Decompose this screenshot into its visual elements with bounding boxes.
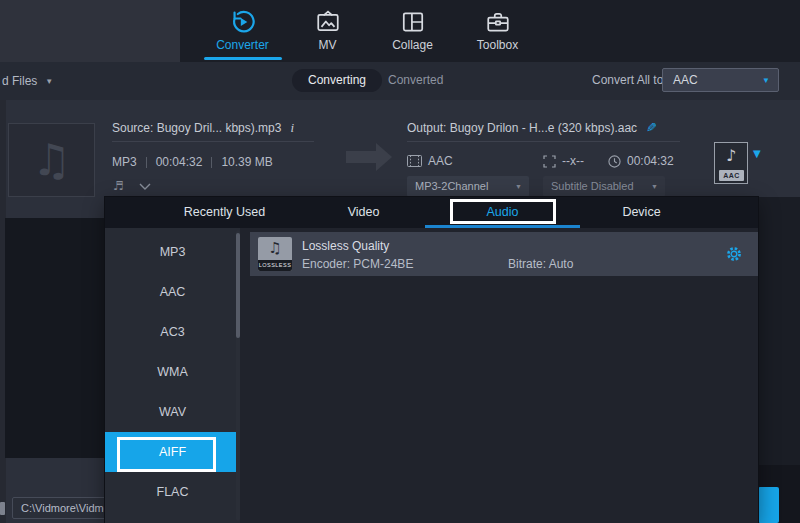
tab-collage[interactable]: Collage — [370, 8, 455, 60]
expand-chevron-icon[interactable] — [139, 183, 151, 190]
tab-device[interactable]: Device — [572, 197, 711, 228]
lossless-format-icon: ♫ LOSSLESS — [258, 237, 292, 271]
output-duration: 00:04:32 — [627, 154, 674, 168]
app-window: Converter MV Collage — [0, 0, 800, 523]
mv-icon — [315, 8, 341, 36]
format-item-aiff[interactable]: AIFF — [105, 432, 240, 472]
format-label: MP3 — [160, 245, 186, 259]
format-badge: AAC — [719, 170, 744, 181]
collage-icon — [400, 8, 426, 36]
tab-collage-label: Collage — [392, 38, 433, 52]
top-bar: Converter MV Collage — [0, 0, 800, 62]
recently-used-label: Recently Used — [184, 205, 265, 219]
format-label: FLAC — [157, 485, 189, 499]
source-label: Source: Bugoy Dril... kbps).mp3 — [112, 121, 281, 135]
tab-mv-label: MV — [319, 38, 337, 52]
format-item-aac[interactable]: AAC — [105, 272, 240, 312]
profile-bitrate: Bitrate: Auto — [508, 257, 573, 271]
format-item-ac3[interactable]: AC3 — [105, 312, 240, 352]
separator — [146, 157, 147, 168]
music-track-icon[interactable]: ♬ — [113, 179, 124, 193]
output-format: AAC — [428, 154, 453, 168]
convert-all-to-dropdown[interactable]: AAC ▼ — [662, 68, 779, 92]
add-files-button[interactable]: d Files ▼ — [2, 62, 53, 100]
folder-icon — [0, 502, 5, 515]
output-label: Output: Bugoy Drilon - H...e (320 kbps).… — [407, 121, 637, 135]
converted-label: Converted — [388, 73, 443, 87]
profile-row-lossless[interactable]: ♫ LOSSLESS Lossless Quality Encoder: PCM… — [250, 232, 758, 276]
format-label: AAC — [160, 285, 186, 299]
format-sidebar: MP3 AAC AC3 WMA WAV AIFF FLAC — [105, 228, 240, 523]
format-label: AC3 — [160, 325, 184, 339]
output-row: Output: Bugoy Drilon - H...e (320 kbps).… — [407, 120, 657, 135]
source-duration: 00:04:32 — [156, 155, 203, 169]
source-size: 10.39 MB — [221, 155, 272, 169]
tab-converter[interactable]: Converter — [200, 8, 285, 60]
top-bar-left-region — [0, 0, 180, 62]
clock-icon — [608, 155, 621, 168]
output-divider — [407, 141, 680, 142]
tab-recently-used[interactable]: Recently Used — [155, 197, 294, 228]
dropdown-arrow-icon: ▼ — [762, 76, 770, 85]
video-label: Video — [348, 205, 380, 219]
file-list-background — [5, 218, 104, 458]
add-files-label: d Files — [2, 74, 37, 88]
output-resolution: --x-- — [562, 154, 584, 168]
toolbox-icon — [485, 8, 511, 36]
resolution-icon — [543, 155, 556, 168]
subtitle-dropdown[interactable]: Subtitle Disabled ▼ — [543, 176, 665, 197]
tab-converting[interactable]: Converting — [292, 69, 382, 92]
edit-name-icon[interactable]: ✎ — [646, 120, 657, 135]
source-controls: ♬ — [113, 179, 151, 193]
format-picker-tabs: Recently Used Video Audio Device — [105, 197, 758, 228]
output-resolution-group: --x-- — [543, 154, 584, 168]
format-item-mp3[interactable]: MP3 — [105, 232, 240, 272]
music-note-icon: ♪ — [715, 146, 747, 165]
format-label: AIFF — [159, 445, 186, 459]
format-picker-arrow-icon[interactable]: ▼ — [753, 148, 761, 159]
format-item-wav[interactable]: WAV — [105, 392, 240, 432]
format-label: WAV — [159, 405, 186, 419]
convert-arrow-head — [376, 143, 392, 171]
chevron-down-icon: ▼ — [45, 77, 53, 86]
lossless-badge: LOSSLESS — [258, 260, 292, 271]
converter-icon — [230, 8, 256, 36]
profile-title: Lossless Quality — [302, 239, 389, 253]
tab-converted[interactable]: Converted — [388, 69, 443, 92]
subtitle-value: Subtitle Disabled — [551, 176, 634, 197]
format-item-flac[interactable]: FLAC — [105, 472, 240, 512]
audio-track-value: MP3-2Channel — [415, 176, 488, 197]
dropdown-arrow-icon: ▼ — [515, 183, 522, 190]
source-format: MP3 — [112, 155, 137, 169]
format-item-wma[interactable]: WMA — [105, 352, 240, 392]
source-divider — [112, 141, 314, 142]
tab-mv[interactable]: MV — [285, 8, 370, 60]
tab-converter-label: Converter — [216, 38, 269, 52]
separator — [211, 157, 212, 168]
profile-list: ♫ LOSSLESS Lossless Quality Encoder: PCM… — [240, 228, 758, 523]
convert-all-button[interactable] — [758, 487, 779, 523]
convert-all-to-value: AAC — [673, 69, 698, 91]
tab-video[interactable]: Video — [294, 197, 433, 228]
format-label: WMA — [157, 365, 188, 379]
tab-toolbox-label: Toolbox — [477, 38, 518, 52]
source-row: Source: Bugoy Dril... kbps).mp3 i — [112, 120, 294, 136]
output-format-thumbnail[interactable]: ♪ AAC — [714, 142, 748, 184]
format-icon — [407, 155, 422, 167]
audio-track-dropdown[interactable]: MP3-2Channel ▼ — [407, 176, 529, 197]
source-meta: MP3 00:04:32 10.39 MB — [112, 155, 273, 169]
music-note-icon: ♫ — [32, 138, 71, 182]
output-path-field[interactable]: C:\Vidmore\Vidmor — [12, 497, 116, 519]
device-label: Device — [622, 205, 660, 219]
audio-label: Audio — [487, 205, 519, 219]
tab-audio[interactable]: Audio — [433, 197, 572, 228]
tab-toolbox[interactable]: Toolbox — [455, 8, 540, 60]
settings-gear-icon[interactable] — [726, 246, 742, 266]
format-picker-panel: Recently Used Video Audio Device MP3 AAC — [105, 197, 758, 523]
music-note-icon: ♫ — [258, 238, 292, 258]
info-icon[interactable]: i — [290, 120, 294, 136]
convert-all-to-label: Convert All to: — [592, 69, 667, 92]
file-thumbnail: ♫ — [8, 123, 95, 197]
convert-arrow-icon — [346, 151, 376, 163]
converting-label: Converting — [308, 73, 366, 87]
